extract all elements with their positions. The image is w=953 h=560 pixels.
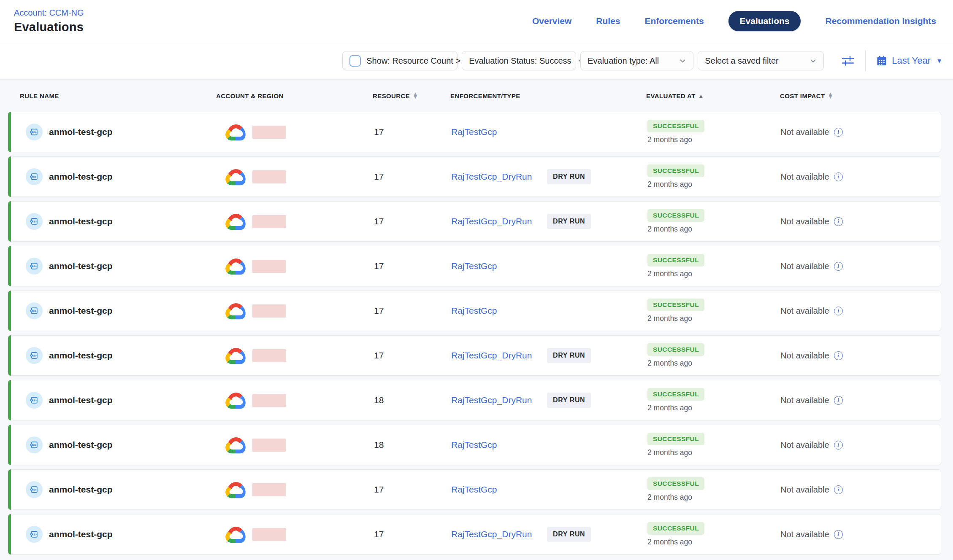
info-icon[interactable]: i: [834, 485, 843, 494]
enforcement-link[interactable]: RajTestGcp: [451, 440, 497, 450]
sort-asc-icon[interactable]: ▲: [699, 93, 703, 98]
evaluation-row[interactable]: </> anmol-test-gcp 17 RajTestGcp_DryRun …: [8, 156, 941, 197]
evaluation-row[interactable]: </> anmol-test-gcp 17 RajTestGcp SUCCESS…: [8, 291, 941, 331]
sort-icon[interactable]: ▲▼: [829, 93, 832, 99]
title-block: Account: CCM-NG Evaluations: [14, 8, 84, 34]
caret-down-icon: ▾: [937, 56, 941, 65]
info-icon[interactable]: i: [834, 262, 843, 271]
info-icon[interactable]: i: [834, 396, 843, 405]
tab-overview[interactable]: Overview: [532, 16, 571, 26]
row-status-accent: [8, 469, 11, 510]
filter-settings-button[interactable]: [841, 54, 855, 67]
column-resource[interactable]: RESOURCE ▲▼: [366, 92, 445, 100]
evaluated-time: 2 months ago: [647, 404, 692, 412]
evaluation-row[interactable]: </> anmol-test-gcp 18 RajTestGcp_DryRun …: [8, 380, 941, 420]
rule-icon: </>: [26, 392, 43, 409]
info-icon[interactable]: i: [834, 530, 843, 539]
svg-text:</>: </>: [32, 175, 37, 178]
enforcement-link[interactable]: RajTestGcp: [451, 261, 497, 271]
gcp-icon: [224, 480, 247, 499]
column-cost-impact[interactable]: COST IMPACT ▲▼: [776, 92, 941, 100]
cost-impact-value: Not available: [780, 440, 829, 450]
evaluation-row[interactable]: </> anmol-test-gcp 17 RajTestGcp_DryRun …: [8, 201, 941, 242]
cost-impact-value: Not available: [780, 351, 829, 361]
resource-count: 18: [367, 395, 445, 405]
tab-rules[interactable]: Rules: [596, 16, 620, 26]
resource-count-filter[interactable]: Show: Resource Count > 0: [342, 51, 458, 70]
row-status-accent: [8, 291, 11, 331]
date-range-selector[interactable]: Last Year ▾: [876, 55, 941, 67]
enforcement-link[interactable]: RajTestGcp_DryRun: [451, 350, 532, 360]
evaluation-status-badge: SUCCESSFUL: [647, 522, 704, 535]
redacted-account-name: [252, 260, 286, 273]
evaluation-row[interactable]: </> anmol-test-gcp 18 RajTestGcp SUCCESS…: [8, 425, 941, 465]
evaluation-row[interactable]: </> anmol-test-gcp 17 RajTestGcp SUCCESS…: [8, 469, 941, 510]
row-status-accent: [8, 156, 11, 197]
redacted-account-name: [252, 170, 286, 183]
redacted-account-name: [252, 304, 286, 318]
saved-filter-dropdown[interactable]: Select a saved filter: [698, 51, 824, 70]
tab-evaluations[interactable]: Evaluations: [728, 11, 801, 31]
tab-recommendation-insights[interactable]: Recommendation Insights: [825, 16, 936, 26]
redacted-account-name: [252, 439, 286, 452]
rule-name: anmol-test-gcp: [49, 127, 113, 137]
enforcement-link[interactable]: RajTestGcp: [451, 127, 497, 137]
enforcement-link[interactable]: RajTestGcp_DryRun: [451, 529, 532, 539]
rule-name: anmol-test-gcp: [49, 485, 113, 495]
resource-count: 17: [367, 485, 445, 495]
info-icon[interactable]: i: [834, 217, 843, 226]
gcp-icon: [224, 167, 247, 186]
enforcement-link[interactable]: RajTestGcp_DryRun: [451, 395, 532, 405]
evaluated-time: 2 months ago: [647, 180, 692, 189]
rule-icon: </>: [26, 213, 43, 230]
evaluation-row[interactable]: </> anmol-test-gcp 17 RajTestGcp_DryRun …: [8, 335, 941, 376]
info-icon[interactable]: i: [834, 172, 843, 181]
evaluation-type-dropdown[interactable]: Evaluation type: All: [580, 51, 693, 70]
resource-count: 17: [367, 216, 445, 226]
evaluated-time: 2 months ago: [647, 538, 692, 547]
info-icon[interactable]: i: [834, 128, 843, 137]
rule-name: anmol-test-gcp: [49, 306, 113, 316]
svg-text:</>: </>: [32, 265, 37, 268]
sort-icon[interactable]: ▲▼: [414, 93, 417, 99]
evaluation-status-badge: SUCCESSFUL: [647, 254, 704, 267]
rule-name: anmol-test-gcp: [49, 172, 113, 182]
resource-count: 17: [367, 306, 445, 316]
enforcement-link[interactable]: RajTestGcp_DryRun: [451, 216, 532, 226]
resource-count-checkbox[interactable]: [349, 55, 361, 67]
cost-impact-value: Not available: [780, 530, 829, 539]
dry-run-badge: DRY RUN: [547, 169, 591, 184]
evaluated-time: 2 months ago: [647, 135, 692, 144]
enforcement-link[interactable]: RajTestGcp_DryRun: [451, 172, 532, 181]
gcp-icon: [224, 391, 247, 410]
evaluation-row[interactable]: </> anmol-test-gcp 17 RajTestGcp SUCCESS…: [8, 246, 941, 286]
account-breadcrumb-link[interactable]: Account: CCM-NG: [14, 8, 84, 18]
info-icon[interactable]: i: [834, 307, 843, 315]
svg-text:</>: </>: [32, 354, 37, 357]
tab-enforcements[interactable]: Enforcements: [645, 16, 704, 26]
module-nav: Overview Rules Enforcements Evaluations …: [532, 11, 936, 31]
evaluated-time: 2 months ago: [647, 225, 692, 234]
evaluation-row[interactable]: </> anmol-test-gcp 17 RajTestGcp SUCCESS…: [8, 112, 941, 152]
column-account-region: ACCOUNT & REGION: [211, 92, 366, 100]
redacted-account-name: [252, 394, 286, 407]
enforcement-link[interactable]: RajTestGcp: [451, 306, 497, 315]
rule-name: anmol-test-gcp: [49, 395, 113, 405]
filter-bar: Show: Resource Count > 0 Evaluation Stat…: [0, 42, 953, 79]
evaluation-status-dropdown[interactable]: Evaluation Status: Success: [462, 51, 576, 70]
cost-impact-value: Not available: [780, 261, 829, 271]
evaluation-row[interactable]: </> anmol-test-gcp 17 RajTestGcp_DryRun …: [8, 514, 941, 555]
column-evaluated-at[interactable]: EVALUATED AT ▲: [642, 92, 776, 100]
evaluations-page: Account: CCM-NG Evaluations Overview Rul…: [0, 0, 953, 560]
row-status-accent: [8, 201, 11, 242]
info-icon[interactable]: i: [834, 441, 843, 450]
resource-count: 17: [367, 350, 445, 361]
redacted-account-name: [252, 126, 286, 139]
resource-count: 17: [367, 261, 445, 271]
gcp-icon: [224, 525, 247, 544]
row-status-accent: [8, 514, 11, 555]
svg-text:</>: </>: [32, 220, 37, 223]
enforcement-link[interactable]: RajTestGcp: [451, 485, 497, 494]
table-body: </> anmol-test-gcp 17 RajTestGcp SUCCESS…: [8, 112, 941, 555]
info-icon[interactable]: i: [834, 351, 843, 360]
